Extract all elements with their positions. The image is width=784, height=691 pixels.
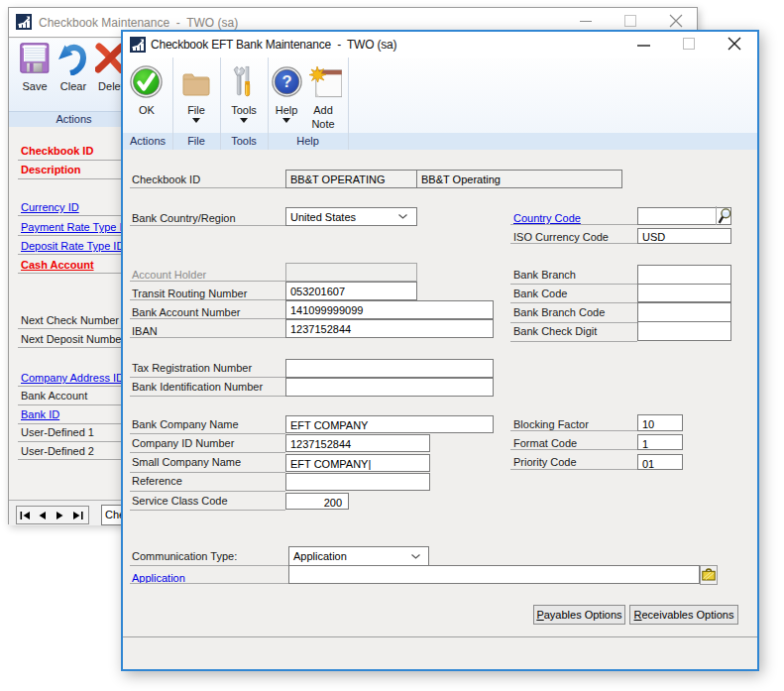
svg-text:?: ? [281,72,291,90]
